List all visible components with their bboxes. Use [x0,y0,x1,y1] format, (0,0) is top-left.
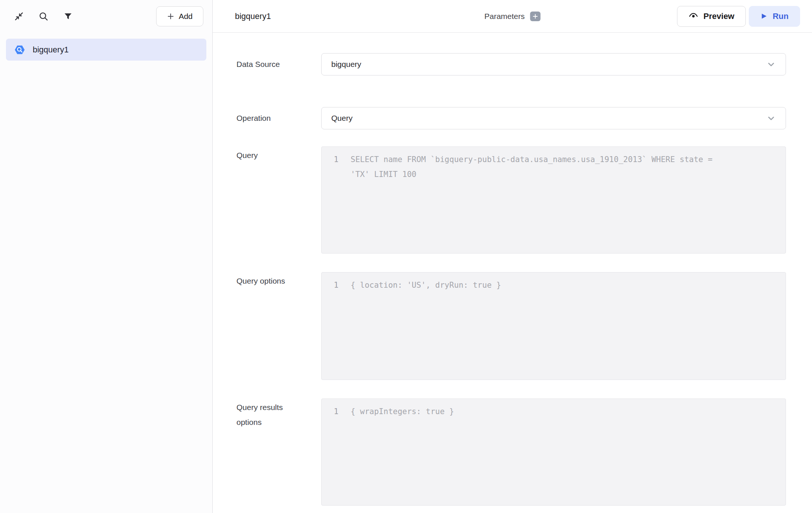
query-list: bigquery1 [0,33,212,67]
query-label: Query [236,146,321,163]
page-title: bigquery1 [235,12,271,21]
operation-label: Operation [236,111,321,126]
data-source-label: Data Source [236,57,321,72]
chevron-down-icon [766,113,776,123]
query-options-editor[interactable]: 1 { location: 'US', dryRun: true } [321,272,786,380]
search-icon[interactable] [38,11,49,22]
operation-row: Operation Query [236,107,786,129]
line-number: 1 [322,152,351,167]
query-results-options-text: { wrapIntegers: true } [351,404,454,419]
app-window: Add bigquery1 bigquery1 Parameters [0,0,812,513]
sidebar-toolbar: Add [0,0,212,33]
parameters-section: Parameters [484,12,541,21]
query-form: Data Source bigquery Operation Query [213,33,812,513]
query-options-row: Query options 1 { location: 'US', dryRun… [236,272,786,380]
operation-value: Query [331,114,352,123]
data-source-select[interactable]: bigquery [321,53,786,75]
data-source-value: bigquery [331,60,361,69]
preview-button[interactable]: Preview [677,6,746,27]
query-results-options-row: Query results options 1 { wrapIntegers: … [236,399,786,506]
run-button[interactable]: Run [749,6,800,27]
play-icon [760,13,767,20]
query-results-options-label: Query results options [236,399,321,430]
query-options-label: Query options [236,272,321,288]
line-number: 1 [322,404,351,419]
filter-icon[interactable] [62,11,74,22]
run-button-label: Run [773,12,789,21]
query-results-options-editor[interactable]: 1 { wrapIntegers: true } [321,399,786,506]
plus-icon [167,13,174,20]
query-code-editor[interactable]: 1 SELECT name FROM `bigquery-public-data… [321,146,786,254]
preview-button-label: Preview [703,12,734,21]
header-actions: Preview Run [677,6,800,27]
query-options-text: { location: 'US', dryRun: true } [351,278,501,293]
parameters-label: Parameters [484,12,525,21]
editor-header: bigquery1 Parameters [213,0,812,33]
query-code-text: SELECT name FROM `bigquery-public-data.u… [351,152,726,182]
operation-select[interactable]: Query [321,107,786,129]
query-item-label: bigquery1 [33,45,69,55]
data-source-row: Data Source bigquery [236,53,786,75]
collapse-icon[interactable] [13,11,25,22]
chevron-down-icon [766,59,776,69]
eye-icon [689,12,698,21]
query-sidebar: Add bigquery1 [0,0,213,513]
bigquery-icon [14,44,25,55]
list-item-bigquery1[interactable]: bigquery1 [6,39,206,61]
query-editor-panel: bigquery1 Parameters [213,0,812,513]
add-button-label: Add [179,12,193,21]
line-number: 1 [322,278,351,293]
plus-icon [532,13,538,19]
query-row: Query 1 SELECT name FROM `bigquery-publi… [236,146,786,254]
add-query-button[interactable]: Add [156,6,203,26]
add-parameter-button[interactable] [530,12,540,21]
